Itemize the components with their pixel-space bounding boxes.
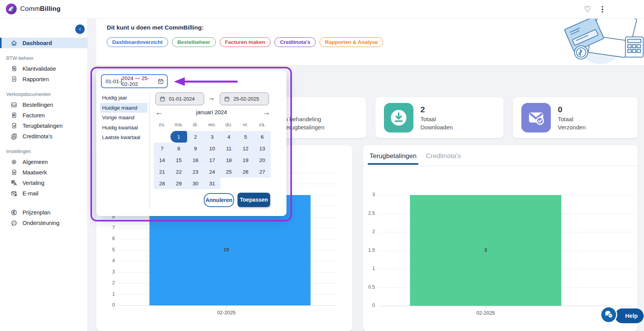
- sidebar-item-label: Dashboard: [23, 40, 52, 46]
- sidebar-section-btw-beheer: BTW-beheer: [6, 56, 87, 61]
- sidebar-item-label: Facturen: [23, 112, 45, 118]
- day-4[interactable]: 4: [220, 131, 237, 143]
- credit-note-icon: [10, 133, 17, 140]
- sidebar-item-label: Bestellingen: [23, 102, 53, 108]
- calendar-icon: [224, 96, 230, 102]
- sidebar-section-instellingen: Instellingen: [6, 149, 87, 154]
- day-14[interactable]: 14: [154, 154, 170, 166]
- sidebar-item-maatwerk[interactable]: Maatwerk: [0, 167, 87, 178]
- tab-creditnota-s[interactable]: Creditnota's: [426, 152, 461, 165]
- sidebar-collapse-button[interactable]: ‹: [75, 24, 85, 34]
- preset-huidig-jaar[interactable]: Huidig jaar: [100, 93, 148, 103]
- day-17[interactable]: 17: [204, 154, 220, 166]
- day-19[interactable]: 19: [237, 154, 254, 166]
- sidebar-nav: DashboardBTW-beheerKlantvalidatieRapport…: [0, 38, 87, 228]
- preset-laatste-kwartaal[interactable]: Laatste kwartaal: [100, 132, 148, 143]
- favorites-heart-icon[interactable]: ♡: [584, 5, 591, 14]
- day-27[interactable]: 27: [254, 166, 271, 178]
- home-icon: [10, 40, 17, 47]
- kebab-menu-icon[interactable]: [599, 5, 606, 14]
- sidebar-item-label: Vertaling: [23, 180, 44, 186]
- start-date-value: 01-01-2024: [169, 96, 195, 102]
- day-5[interactable]: 5: [237, 131, 254, 143]
- invoices-and-calculator-illustration: [499, 18, 644, 65]
- day-30[interactable]: 30: [187, 178, 204, 189]
- weekday-label: do.: [220, 122, 237, 127]
- day-22[interactable]: 22: [170, 166, 187, 178]
- empty-day-cell: [237, 178, 254, 189]
- sidebar-item-rapporten[interactable]: Rapporten: [0, 74, 87, 84]
- day-9[interactable]: 9: [187, 143, 204, 154]
- feature-pill-dashboardoverzicht[interactable]: Dashboardoverzicht: [107, 37, 168, 47]
- preset-huidige-maand[interactable]: Huidige maand: [100, 103, 148, 113]
- empty-day-cell: [154, 131, 170, 143]
- sidebar-item-e-mail[interactable]: E-mail: [0, 188, 87, 199]
- end-date-value: 25-02-2025: [233, 96, 259, 102]
- preset-vorige-maand[interactable]: Vorige maand: [100, 113, 148, 123]
- calendar-icon: [158, 78, 164, 84]
- feature-pill-rapporten-analyse[interactable]: Rapporten & Analyse: [319, 37, 383, 47]
- cancel-button[interactable]: Annuleren: [204, 193, 234, 207]
- sidebar-item-klantvalidatie[interactable]: Klantvalidatie: [0, 63, 87, 74]
- gear-icon: [10, 159, 17, 166]
- sidebar-item-label: Creditnota's: [23, 133, 52, 139]
- hero-card: Dit kunt u doen met CommBilling: Dashboa…: [96, 18, 644, 66]
- sidebar-item-facturen[interactable]: Facturen: [0, 110, 87, 120]
- commbilling-logo-icon: [5, 3, 17, 15]
- sidebar-item-ondersteuning[interactable]: Ondersteuning: [0, 218, 87, 228]
- top-bar: CommBilling ♡: [0, 0, 644, 19]
- day-6[interactable]: 6: [254, 131, 271, 143]
- refund-arrow-icon: [10, 122, 17, 129]
- day-28[interactable]: 28: [154, 178, 170, 189]
- stat-label-line1: Totaal: [420, 115, 453, 123]
- empty-day-cell: [220, 178, 237, 189]
- sidebar-item-label: Maatwerk: [23, 169, 47, 176]
- email-gear-icon: [10, 190, 17, 197]
- sidebar-item-vertaling[interactable]: Vertaling: [0, 178, 87, 188]
- feature-pill-facturen-maken[interactable]: Facturen maken: [220, 37, 271, 47]
- day-13[interactable]: 13: [254, 143, 271, 154]
- document-percent-icon: [10, 65, 17, 72]
- sidebar-item-algemeen[interactable]: Algemeen: [0, 157, 87, 167]
- day-31[interactable]: 31: [204, 178, 220, 189]
- day-15[interactable]: 15: [170, 154, 187, 166]
- sidebar-item-prijzenplan[interactable]: Prijzenplan: [0, 207, 87, 218]
- day-16[interactable]: 16: [187, 154, 204, 166]
- preset-huidig-kwartaal[interactable]: Huidig kwartaal: [100, 123, 148, 133]
- stat-value: 2: [420, 104, 453, 115]
- hero-title: Dit kunt u doen met CommBilling:: [107, 24, 204, 31]
- range-value-before-caret: 01-01-: [106, 78, 121, 84]
- day-23[interactable]: 23: [187, 166, 204, 178]
- day-18[interactable]: 18: [220, 154, 237, 166]
- end-date-field[interactable]: 25-02-2025: [220, 92, 269, 105]
- weekday-header: zo.ma.di.wo.do.vr.za.: [154, 122, 271, 127]
- feature-pill-creditnota-s[interactable]: Creditnota's: [274, 37, 316, 47]
- sidebar-item-bestellingen[interactable]: Bestellingen: [0, 99, 87, 110]
- tab-terugbetalingen[interactable]: Terugbetalingen: [370, 152, 417, 165]
- day-10[interactable]: 10: [204, 143, 220, 154]
- day-29[interactable]: 29: [170, 178, 187, 189]
- day-24[interactable]: 24: [204, 166, 220, 178]
- day-7[interactable]: 7: [154, 143, 170, 154]
- day-25[interactable]: 25: [220, 166, 237, 178]
- apply-button[interactable]: Toepassen: [238, 193, 270, 207]
- brand-name: CommBilling: [20, 5, 61, 13]
- day-12[interactable]: 12: [237, 143, 254, 154]
- day-1-selected[interactable]: 1: [170, 131, 187, 143]
- start-date-field[interactable]: 01-01-2024: [155, 92, 204, 105]
- sidebar-item-terugbetalingen[interactable]: Terugbetalingen: [0, 120, 87, 131]
- day-8[interactable]: 8: [170, 143, 187, 154]
- day-21[interactable]: 21: [154, 166, 170, 178]
- day-3[interactable]: 3: [204, 131, 220, 143]
- feature-pill-bestelbeheer[interactable]: Bestelbeheer: [172, 37, 216, 47]
- day-11[interactable]: 11: [220, 143, 237, 154]
- sidebar-item-dashboard[interactable]: Dashboard: [0, 38, 87, 48]
- help-button[interactable]: Help: [615, 308, 644, 323]
- chat-bubbles-icon[interactable]: [600, 306, 617, 323]
- date-range-input[interactable]: 01-01- 2024 — 25-02-202: [101, 74, 168, 88]
- sidebar-item-creditnota-s[interactable]: Creditnota's: [0, 131, 87, 141]
- stat-label-line1: In behandeling: [283, 115, 325, 123]
- day-26[interactable]: 26: [237, 166, 254, 178]
- day-2[interactable]: 2: [187, 131, 204, 143]
- day-20[interactable]: 20: [254, 154, 271, 166]
